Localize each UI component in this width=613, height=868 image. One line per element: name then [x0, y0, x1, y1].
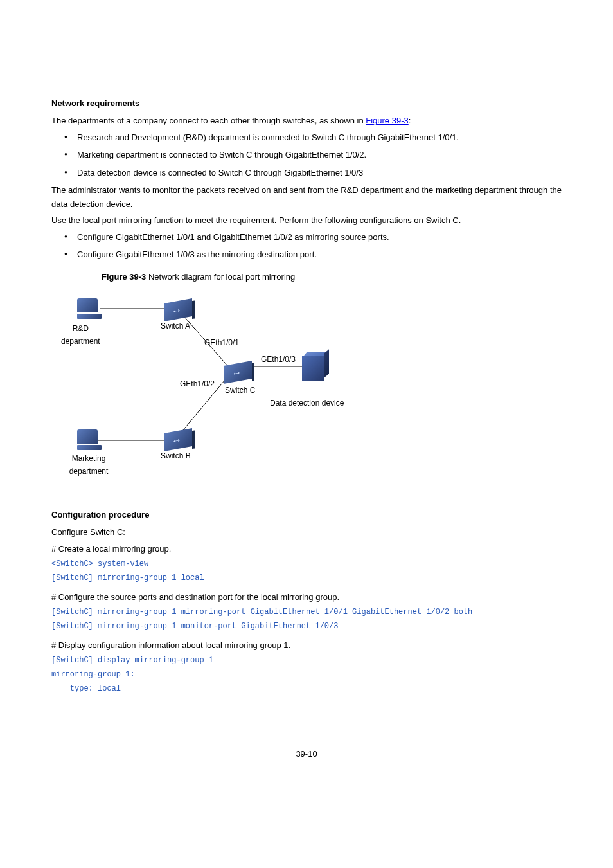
- step2: # Configure the source ports and destina…: [51, 590, 562, 604]
- ge103-label: GEth1/0/3: [261, 354, 296, 366]
- marketing-pc-icon: [77, 429, 102, 450]
- rd-label: R&Ddepartment: [61, 323, 100, 348]
- step3: # Display configuration information abou…: [51, 638, 562, 652]
- switch-b-label: Switch B: [161, 450, 191, 463]
- data-device-label: Data detection device: [270, 397, 344, 410]
- requirement-list-2: Configure GigabitEthernet 1/0/1 and Giga…: [51, 230, 562, 262]
- code-line: [SwitchC] mirroring-group 1 monitor-port…: [51, 620, 562, 633]
- figure-caption-text: Network diagram for local port mirroring: [148, 272, 295, 282]
- marketing-label: Marketingdepartment: [66, 453, 111, 478]
- code-line: [SwitchC] mirroring-group 1 mirroring-po…: [51, 606, 562, 619]
- list-item: Configure GigabitEthernet 1/0/1 and Giga…: [51, 230, 562, 244]
- code-line: type: local: [51, 683, 562, 696]
- intro-suffix: :: [409, 116, 411, 125]
- figure-link[interactable]: Figure 39-3: [366, 116, 408, 125]
- config-procedure-heading: Configuration procedure: [51, 508, 562, 521]
- data-device-icon: [302, 352, 328, 381]
- switch-c-label: Switch C: [225, 384, 255, 397]
- configure-switch-line: Configure Switch C:: [51, 525, 562, 539]
- intro-prefix: The departments of a company connect to …: [51, 116, 366, 125]
- network-diagram: R&Ddepartment Switch A Switch C Switch B…: [51, 289, 437, 482]
- list-item: Marketing department is connected to Swi…: [51, 148, 562, 161]
- switch-a-label: Switch A: [161, 320, 190, 333]
- step1: # Create a local mirroring group.: [51, 542, 562, 556]
- ge101-label: GEth1/0/1: [204, 337, 239, 350]
- intro-paragraph: The departments of a company connect to …: [51, 114, 562, 127]
- paragraph-use-local: Use the local port mirroring function to…: [51, 213, 562, 227]
- code-line: [SwitchC] display mirroring-group 1: [51, 655, 562, 667]
- paragraph-monitor: The administrator wants to monitor the p…: [51, 183, 562, 211]
- requirement-list-1: Research and Development (R&D) departmen…: [51, 131, 562, 179]
- figure-caption: Figure 39-3 Network diagram for local po…: [102, 270, 562, 284]
- list-item: Data detection device is connected to Sw…: [51, 166, 562, 179]
- network-requirements-heading: Network requirements: [51, 96, 562, 110]
- code-line: mirroring-group 1:: [51, 669, 562, 682]
- code-line: <SwitchC> system-view: [51, 558, 562, 571]
- list-item: Configure GigabitEthernet 1/0/3 as the m…: [51, 248, 562, 261]
- ge102-label: GEth1/0/2: [180, 378, 215, 391]
- code-line: [SwitchC] mirroring-group 1 local: [51, 572, 562, 585]
- figure-caption-prefix: Figure 39-3: [102, 272, 148, 282]
- page-number: 39-10: [51, 747, 562, 761]
- rd-pc-icon: [77, 298, 102, 319]
- list-item: Research and Development (R&D) departmen…: [51, 131, 562, 144]
